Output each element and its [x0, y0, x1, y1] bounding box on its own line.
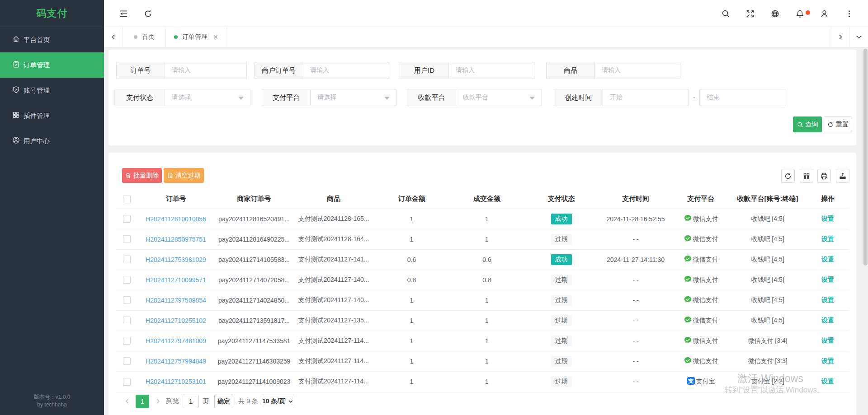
tab-首页[interactable]: 首页	[123, 27, 166, 47]
wechat-pay-icon	[684, 234, 693, 244]
order-no-link[interactable]: H2024112710099571	[146, 276, 206, 284]
settings-link[interactable]: 设置	[821, 296, 834, 303]
refresh-page-icon[interactable]	[138, 0, 158, 27]
date-end-input[interactable]: 结束	[699, 89, 785, 106]
table-refresh-icon[interactable]	[781, 169, 795, 183]
receive-platform-select[interactable]: 收款平台	[456, 89, 541, 106]
platform-cell: 微信支付	[673, 351, 729, 371]
order-no-input[interactable]: 请输入	[165, 62, 246, 79]
settings-link[interactable]: 设置	[821, 337, 834, 344]
table-row: H2024112810010056pay2024112816520491...支…	[116, 209, 849, 229]
status-badge-expired: 过期	[551, 275, 572, 285]
product-input[interactable]: 请输入	[595, 62, 680, 79]
print-icon[interactable]	[817, 169, 831, 183]
row-checkbox[interactable]	[123, 357, 131, 365]
export-icon[interactable]	[836, 169, 849, 183]
settings-link[interactable]: 设置	[821, 378, 834, 385]
tabs-scroll-right-icon[interactable]	[831, 27, 849, 47]
sidebar-item-label: 账号管理	[24, 86, 50, 95]
pay-time-cell: 2024-11-27 14:11:30	[599, 249, 673, 270]
version-label: 版本号：v1.0.0	[0, 393, 104, 401]
reset-button[interactable]: 重置	[824, 117, 852, 132]
row-checkbox[interactable]	[123, 235, 131, 243]
notification-bell-icon[interactable]	[790, 0, 810, 27]
grid-icon	[12, 111, 20, 120]
order-no-link[interactable]: H2024112797509854	[146, 297, 206, 304]
user-avatar-icon[interactable]	[814, 0, 834, 27]
order-no-link[interactable]: H2024112753981029	[146, 256, 206, 263]
tab-close-icon[interactable]: ✕	[213, 34, 218, 40]
settings-link[interactable]: 设置	[821, 357, 834, 364]
row-checkbox[interactable]	[123, 378, 131, 386]
pagination-bar: 1 到第 1 页 确定 共 9 条 10 条/页	[116, 392, 849, 410]
merchant-no-cell: pay2024112714105583...	[214, 249, 294, 270]
merchant-order-no-input[interactable]: 请输入	[303, 62, 389, 79]
page-number-active[interactable]: 1	[136, 395, 149, 408]
tabs-scroll-left-icon[interactable]	[104, 27, 123, 47]
settings-link[interactable]: 设置	[821, 317, 834, 324]
scrollbar-thumb[interactable]	[863, 49, 868, 266]
goto-confirm-button[interactable]: 确定	[214, 395, 233, 408]
pay-status-select[interactable]: 请选择	[165, 89, 250, 106]
product-cell: 支付测试20241127-141...	[294, 249, 373, 270]
prev-page-icon[interactable]	[124, 398, 130, 404]
platform-cell: 微信支付	[673, 249, 729, 270]
filter-label: 商品	[547, 62, 595, 79]
language-globe-icon[interactable]	[765, 0, 785, 27]
select-all-checkbox[interactable]	[123, 196, 131, 203]
order-no-link[interactable]: H2024112810010056	[146, 215, 206, 223]
user-id-input[interactable]: 请输入	[449, 62, 534, 79]
tab-订单管理[interactable]: 订单管理✕	[165, 27, 227, 47]
row-checkbox[interactable]	[123, 276, 131, 284]
version-author: by techhaha	[0, 401, 104, 409]
more-menu-icon[interactable]	[839, 0, 859, 27]
row-checkbox[interactable]	[123, 215, 131, 223]
order-no-link[interactable]: H2024112710253101	[146, 378, 206, 385]
settings-link[interactable]: 设置	[821, 235, 834, 242]
goto-page-input[interactable]: 1	[183, 395, 199, 408]
sidebar-item-orders[interactable]: 订单管理	[0, 52, 104, 78]
fullscreen-icon[interactable]	[740, 0, 760, 27]
order-no-link[interactable]: H2024112710255102	[146, 317, 206, 324]
order-no-link[interactable]: H2024112797481009	[146, 337, 206, 345]
status-cell: 过期	[524, 290, 599, 310]
date-start-input[interactable]: 开始	[603, 89, 689, 106]
order-no-link[interactable]: H2024112757994849	[146, 358, 206, 365]
pay-platform-select[interactable]: 请选择	[311, 89, 396, 106]
row-select-cell	[116, 310, 137, 331]
scrollbar[interactable]	[863, 47, 868, 415]
order-no-link[interactable]: H2024112850975751	[146, 236, 206, 243]
status-cell: 过期	[524, 229, 599, 249]
settings-link[interactable]: 设置	[821, 276, 834, 283]
tabs-dropdown-icon[interactable]	[849, 27, 868, 47]
settings-link[interactable]: 设置	[821, 256, 834, 263]
row-checkbox[interactable]	[123, 317, 131, 324]
product-cell: 支付测试20241127-114...	[294, 331, 373, 351]
platform-label: 微信支付	[693, 256, 718, 264]
receiver-cell: 收钱吧 [4:5]	[729, 249, 807, 270]
sidebar-item-accounts[interactable]: 账号管理	[0, 78, 104, 103]
pay-time-cell: - -	[599, 331, 673, 351]
sidebar-item-home[interactable]: 平台首页	[0, 27, 104, 52]
row-checkbox[interactable]	[123, 296, 131, 304]
settings-link[interactable]: 设置	[821, 215, 834, 222]
clear-expired-button[interactable]: 清空过期	[164, 168, 204, 183]
search-icon[interactable]	[716, 0, 736, 27]
row-checkbox[interactable]	[123, 256, 131, 263]
paid-amount-cell: 1	[450, 331, 524, 351]
tab-label: 订单管理	[182, 33, 208, 41]
batch-delete-button[interactable]: 批量删除	[122, 168, 162, 183]
merchant-no-cell: pay2024112714024850...	[214, 290, 294, 310]
row-checkbox[interactable]	[123, 337, 131, 345]
paid-amount-cell: 0.6	[450, 249, 524, 270]
amount-cell: 1	[373, 371, 450, 392]
sidebar-item-usercenter[interactable]: 用户中心	[0, 128, 104, 154]
collapse-sidebar-icon[interactable]	[113, 0, 133, 27]
next-page-icon[interactable]	[155, 398, 161, 404]
page-size-select[interactable]: 10 条/页	[262, 395, 294, 408]
column-filter-icon[interactable]	[800, 169, 813, 183]
sidebar-item-plugins[interactable]: 插件管理	[0, 103, 104, 128]
search-button[interactable]: 查询	[793, 117, 822, 132]
receiver-cell: 收钱吧 [4:5]	[729, 270, 807, 290]
wechat-pay-icon	[684, 295, 693, 305]
